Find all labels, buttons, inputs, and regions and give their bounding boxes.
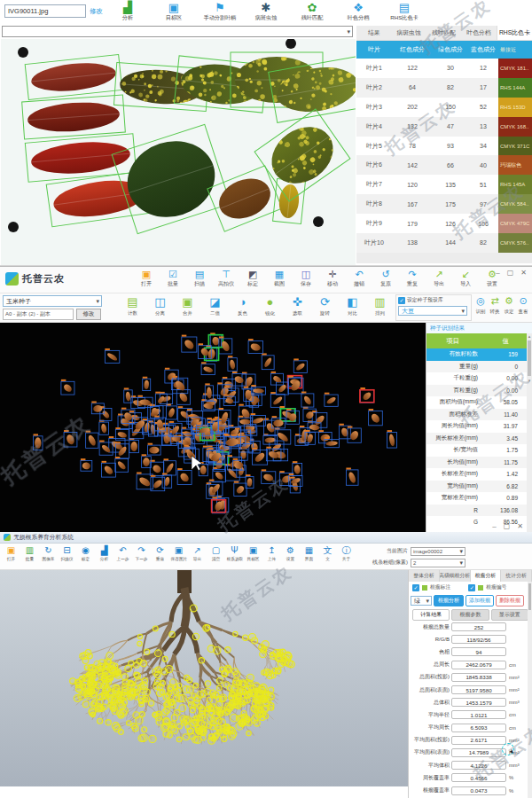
modify-link[interactable]: 修改 — [90, 7, 103, 16]
next-step-button[interactable]: ↷下一步 — [132, 544, 151, 562]
field-value[interactable]: 252 — [451, 622, 506, 631]
checkbox-checked-icon[interactable]: ✓ — [468, 584, 475, 591]
manual-petiole-split-button[interactable]: ⚑手动分割叶柄 — [197, 1, 243, 22]
doc-camera-button[interactable]: ⊤高拍仪 — [213, 268, 239, 288]
result-row-valid-seed-count[interactable]: 有效籽粒数159 — [426, 348, 532, 361]
tab-nodule-analysis[interactable]: 根瘤分析 — [471, 570, 502, 582]
tab-advanced-root-analysis[interactable]: 高级细根分析 — [440, 570, 471, 582]
screenshot-button[interactable]: ▦截图 — [266, 268, 293, 288]
field-value[interactable]: 6.5093 — [451, 724, 506, 732]
convert-button[interactable]: ⇄转换 — [488, 294, 502, 316]
recognize-button[interactable]: ◎识别 — [473, 294, 488, 316]
tab-broken-leaf-match[interactable]: 残叶匹配 — [426, 26, 461, 40]
target-area-button[interactable]: ▣目标区 — [151, 1, 197, 22]
open-button[interactable]: ▣打开 — [2, 544, 20, 562]
upload-button[interactable]: ↥上传 — [262, 544, 281, 562]
result-row-length-mean[interactable]: 长均值(mm)11.75 — [426, 457, 532, 469]
leaf-row[interactable]: 叶片2648217RHS 144A — [356, 78, 532, 98]
checkbox-checked-icon[interactable]: ✓ — [398, 297, 405, 304]
language-button[interactable]: 文文 — [318, 544, 337, 562]
checkbox-checked-icon[interactable]: ✓ — [412, 584, 419, 591]
minimize-icon[interactable]: – — [492, 522, 496, 530]
scan-button[interactable]: ▤扫描 — [186, 268, 213, 288]
field-value[interactable]: 94 — [451, 647, 506, 656]
result-row-thousand-seed-weight[interactable]: 千粒重(g)0.00 — [426, 372, 532, 385]
calibrate-button[interactable]: ◩标定 — [239, 268, 266, 288]
batch-button[interactable]: ▥批量 — [20, 544, 39, 562]
field-value[interactable]: 1845.8338 — [451, 673, 506, 682]
field-value[interactable]: 14.7989 — [451, 748, 506, 757]
result-row-perimeter-mean[interactable]: 周长均值(mm)31.97 — [426, 420, 532, 433]
leaf-row[interactable]: 叶片816717597CMYK 584.. — [356, 194, 532, 214]
leaf-row[interactable]: 叶片41324713CMYK 168.. — [356, 117, 532, 137]
interface-button[interactable]: ▦界面 — [300, 544, 318, 562]
result-row-aspect-mean[interactable]: 长/宽均值1.75 — [426, 444, 532, 457]
save-button[interactable]: ◫保存 — [293, 268, 319, 288]
preset-select[interactable]: 大豆 ▾ — [398, 306, 467, 316]
close-icon[interactable]: ✕ — [517, 522, 523, 530]
image-library-button[interactable]: ↻图像库 — [39, 544, 58, 562]
redo-button[interactable]: ↷重复 — [399, 268, 426, 288]
filename-input[interactable] — [4, 4, 86, 18]
clear-button[interactable]: ▢清空 — [207, 544, 225, 562]
segment-display-settings[interactable]: 显示设置 — [491, 609, 528, 621]
result-row-width-mean[interactable]: 宽均值(mm)6.82 — [426, 481, 532, 493]
minimize-icon[interactable]: – — [496, 269, 499, 277]
field-value[interactable]: 4.1226 — [451, 761, 506, 770]
tab-overall-analysis[interactable]: 整体分析 — [409, 570, 440, 582]
leaf-row[interactable]: 叶片712013551RHS 145A — [356, 175, 532, 194]
result-row-length-std[interactable]: 长标准差(mm)1.42 — [426, 468, 532, 481]
tab-results[interactable]: 结果 — [356, 26, 391, 40]
view-button[interactable]: ⊙查看 — [516, 294, 530, 316]
arrange-button[interactable]: ▥排列 — [366, 294, 394, 317]
segment-calc-result[interactable]: 计算结果 — [412, 609, 450, 621]
open-button[interactable]: ▣打开 — [133, 268, 160, 288]
scrollbar[interactable]: ▴▾ — [527, 333, 532, 532]
invert-button[interactable]: ◑反色 — [229, 294, 256, 317]
settings-button[interactable]: ⚙设置 — [281, 544, 300, 562]
result-row-area-mean[interactable]: 面积均值(mm²)58.05 — [426, 396, 532, 409]
move-button[interactable]: ✛移动 — [319, 268, 346, 288]
tab-disease-spot[interactable]: 病斑虫蚀 — [391, 26, 426, 40]
scrollbar[interactable] — [528, 582, 532, 798]
modify-button[interactable]: 修改 — [76, 309, 101, 320]
restore-button[interactable]: ↺复原 — [372, 268, 399, 288]
window-controls[interactable]: – ▢ ✕ — [496, 269, 527, 277]
scanner-button[interactable]: ⊟扫描仪 — [58, 544, 76, 562]
batch-button[interactable]: ☑批量 — [160, 268, 186, 288]
redo-button[interactable]: ⟳重做 — [151, 544, 169, 562]
field-value[interactable]: 1.0121 — [451, 710, 506, 719]
export-button[interactable]: ↗导出 — [426, 268, 452, 288]
leaf-row[interactable]: 叶片61426640玛瑙棕色 — [356, 155, 532, 175]
save-image-button[interactable]: ▣保存图片 — [169, 544, 188, 562]
color-select[interactable]: 绿 ▾ — [411, 596, 432, 606]
rotate-button[interactable]: ⟳旋转 — [311, 294, 339, 317]
merge-button[interactable]: ▣合并 — [174, 294, 201, 317]
leaf-row[interactable]: 叶片11223012CMYK 181.. — [356, 59, 532, 78]
line-width-select[interactable]: 2 ▾ — [411, 559, 466, 567]
field-value[interactable]: 118/92/56 — [451, 635, 506, 644]
analyze-button[interactable]: ▟分析 — [105, 1, 151, 22]
tab-rhs-color-card[interactable]: RHS比色卡 — [497, 26, 532, 40]
leaf-row[interactable]: 叶片1013814482CMYK 576.. — [356, 233, 532, 253]
sample-type-select[interactable]: 玉米种子 ▾ — [3, 295, 102, 307]
image-select[interactable]: ▾ — [2, 26, 353, 37]
about-button[interactable]: ⓘ关于 — [337, 544, 356, 562]
field-value[interactable]: 2.6171 — [451, 736, 506, 745]
binarize-button[interactable]: ◪二值 — [201, 294, 229, 317]
export-button[interactable]: ↗导出 — [188, 544, 207, 562]
close-icon[interactable]: ✕ — [520, 269, 527, 277]
sharpen-button[interactable]: ●锐化 — [256, 294, 284, 317]
compare-button[interactable]: ◧对比 — [339, 294, 366, 317]
leaf-row[interactable]: 叶片5789334CMYK 371C — [356, 137, 532, 156]
maximize-icon[interactable]: ▢ — [504, 522, 511, 530]
prev-step-button[interactable]: ↶上一步 — [113, 544, 132, 562]
segment-nodule-params[interactable]: 根瘤参数 — [451, 609, 489, 621]
count-button[interactable]: ▤计数 — [119, 294, 146, 317]
field-value[interactable]: 0.0473 — [451, 786, 506, 795]
separate-button[interactable]: ◫分离 — [146, 294, 174, 317]
undo-button[interactable]: ↶撤销 — [346, 268, 372, 288]
disease-spot-button[interactable]: ✱病斑虫蚀 — [243, 1, 289, 22]
result-row-width-std[interactable]: 宽标准差(mm)0.89 — [426, 492, 532, 505]
current-image-select[interactable]: image00002 ▾ — [411, 547, 466, 556]
